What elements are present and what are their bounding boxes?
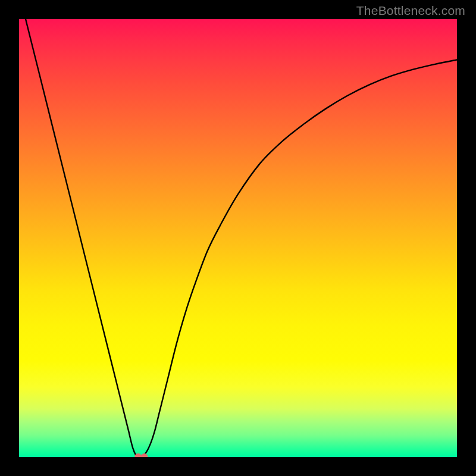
plot-area [19,19,457,457]
chart-frame: TheBottleneck.com [0,0,476,476]
bottleneck-curve [19,19,457,457]
attribution-text: TheBottleneck.com [356,4,465,18]
min-marker-2 [141,453,148,457]
curve-layer [19,19,457,457]
